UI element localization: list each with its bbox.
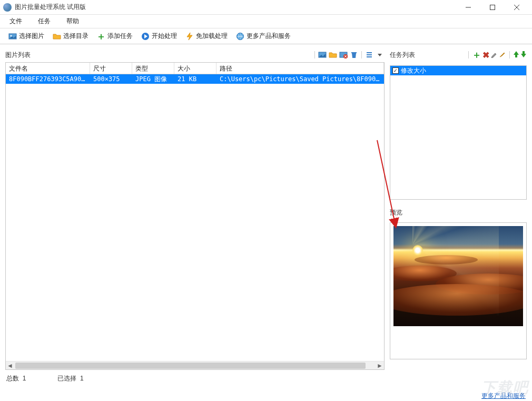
separator	[314, 51, 315, 58]
col-filename[interactable]: 文件名	[6, 63, 90, 74]
task-label: 修改大小	[401, 66, 426, 75]
minimize-button[interactable]	[456, 0, 480, 15]
start-process-label: 开始处理	[152, 32, 177, 41]
add-task-label: 添加任务	[107, 32, 133, 41]
task-move-down-icon[interactable]	[520, 51, 527, 60]
no-load-process-button[interactable]: 免加载处理	[182, 31, 231, 42]
image-list-actions	[313, 50, 385, 60]
svg-rect-1	[490, 5, 495, 9]
scroll-thumb[interactable]	[15, 363, 366, 369]
task-add-icon[interactable]: ＋	[472, 48, 481, 61]
menubar: 文件 任务 帮助	[0, 15, 532, 28]
more-products-label: 更多产品和服务	[247, 32, 291, 41]
scroll-track[interactable]	[14, 363, 376, 369]
cell-type: JPEG 图像	[132, 74, 174, 84]
list-row[interactable]: 8F090BFF276393C5A901... 500×375 JPEG 图像 …	[6, 74, 384, 84]
cell-dimensions: 500×375	[90, 75, 132, 83]
menu-help[interactable]: 帮助	[62, 15, 83, 27]
preview-title: 预览	[390, 208, 527, 217]
status-row: 总数 1 已选择 1	[5, 372, 385, 385]
cell-filename: 8F090BFF276393C5A901...	[6, 75, 90, 83]
footer: 更多产品和服务	[481, 390, 526, 401]
task-list-header: 任务列表 ＋ ✖	[390, 50, 527, 60]
task-move-up-icon[interactable]	[513, 51, 519, 60]
col-path[interactable]: 路径	[216, 63, 384, 74]
image-list-body[interactable]: 8F090BFF276393C5A901... 500×375 JPEG 图像 …	[6, 74, 384, 361]
col-type[interactable]: 类型	[132, 63, 174, 74]
task-remove-icon[interactable]: ✖	[482, 50, 489, 60]
titlebar: 图片批量处理系统 试用版	[0, 0, 532, 15]
image-list-header: 图片列表	[5, 50, 385, 60]
svg-point-5	[11, 35, 12, 36]
task-row[interactable]: ✓ 修改大小	[390, 66, 526, 75]
toolbar: 选择图片 选择目录 ＋ 添加任务 开始处理 免加载处理 更多产品和服务	[0, 28, 532, 44]
image-list-box: 文件名 尺寸 类型 大小 路径 8F090BFF276393C5A901... …	[5, 62, 385, 370]
add-task-button[interactable]: ＋ 添加任务	[94, 31, 136, 42]
start-process-button[interactable]: 开始处理	[138, 31, 180, 42]
select-images-button[interactable]: 选择图片	[5, 31, 47, 42]
svg-rect-15	[351, 52, 357, 53]
separator	[361, 51, 362, 58]
window-controls	[456, 0, 529, 15]
action-trash-icon[interactable]	[349, 50, 359, 60]
task-settings-icon[interactable]	[490, 51, 498, 60]
content-area: 图片列表 文件名 尺寸 类型 大小 路径 8F	[0, 44, 532, 390]
left-panel: 图片列表 文件名 尺寸 类型 大小 路径 8F	[5, 50, 385, 385]
separator	[509, 51, 510, 58]
action-remove-icon[interactable]	[339, 50, 348, 60]
preview-box	[390, 222, 527, 359]
more-products-link[interactable]: 更多产品和服务	[481, 392, 526, 400]
cell-path: C:\Users\pc\Pictures\Saved Pictures\8F09…	[216, 75, 384, 83]
task-clear-icon[interactable]	[499, 51, 506, 60]
preview-image	[393, 226, 523, 326]
col-size[interactable]: 大小	[174, 63, 216, 74]
action-folder-icon[interactable]	[328, 50, 338, 60]
image-icon	[8, 32, 17, 41]
select-folder-button[interactable]: 选择目录	[50, 31, 92, 42]
right-panel: 任务列表 ＋ ✖ ✓ 修改大小 预览	[390, 50, 527, 385]
svg-marker-20	[514, 51, 519, 57]
app-icon	[3, 3, 12, 12]
lightning-icon	[185, 32, 194, 41]
action-list-view-icon[interactable]	[364, 50, 374, 60]
task-checkbox[interactable]: ✓	[392, 67, 399, 74]
action-dropdown-icon[interactable]	[375, 50, 385, 60]
cell-size: 21 KB	[174, 75, 216, 83]
select-images-label: 选择图片	[19, 32, 44, 41]
scroll-left-icon[interactable]: ◄	[6, 361, 14, 370]
task-list-title: 任务列表	[390, 51, 415, 60]
folder-icon	[53, 32, 61, 41]
more-products-button[interactable]: 更多产品和服务	[233, 31, 294, 42]
task-list[interactable]: ✓ 修改大小	[390, 65, 527, 200]
menu-task[interactable]: 任务	[34, 15, 55, 27]
plus-icon: ＋	[97, 32, 105, 41]
task-actions: ＋ ✖	[466, 48, 527, 61]
window-title: 图片批量处理系统 试用版	[15, 3, 456, 12]
separator	[468, 51, 469, 58]
svg-marker-21	[521, 51, 526, 57]
image-list-columns: 文件名 尺寸 类型 大小 路径	[6, 63, 384, 74]
select-folder-label: 选择目录	[63, 32, 88, 41]
total-status: 总数 1	[6, 374, 26, 383]
menu-file[interactable]: 文件	[5, 15, 26, 27]
svg-marker-19	[378, 54, 382, 56]
horizontal-scrollbar[interactable]: ◄ ►	[6, 361, 384, 369]
action-image-icon[interactable]	[318, 50, 327, 60]
no-load-process-label: 免加载处理	[196, 32, 228, 41]
image-list-title: 图片列表	[5, 51, 31, 60]
close-button[interactable]	[505, 0, 529, 15]
maximize-button[interactable]	[480, 0, 505, 15]
play-icon	[141, 32, 150, 41]
svg-marker-8	[187, 33, 192, 40]
col-dimensions[interactable]: 尺寸	[90, 63, 132, 74]
scroll-right-icon[interactable]: ►	[376, 361, 384, 370]
selected-status: 已选择 1	[57, 374, 83, 383]
globe-icon	[236, 32, 244, 41]
